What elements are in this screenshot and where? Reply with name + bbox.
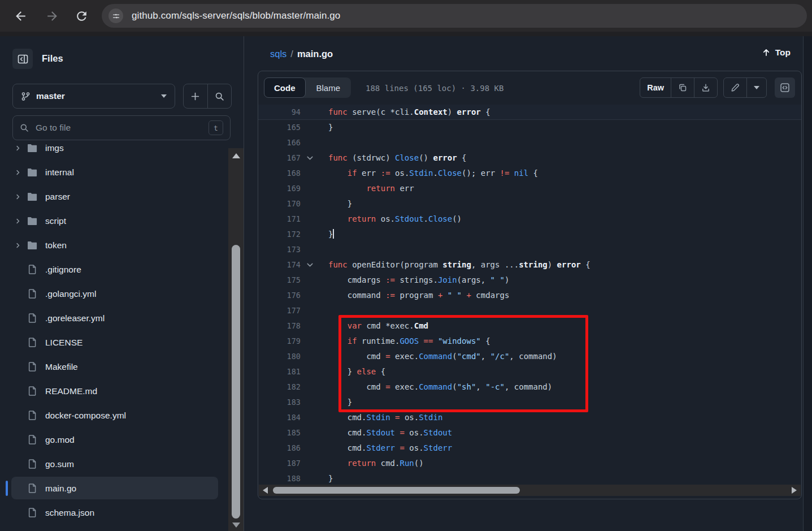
raw-button[interactable]: Raw	[640, 78, 671, 97]
line-number[interactable]: 176	[258, 288, 301, 303]
go-to-file-input[interactable]	[34, 122, 209, 133]
chevron-right-icon[interactable]	[14, 144, 23, 153]
code-line: 174func openEditor(program string, args …	[258, 257, 801, 273]
sidebar-scrollbar[interactable]	[228, 148, 244, 531]
line-number[interactable]: 185	[258, 425, 301, 441]
file-tree: imgsinternalparserscripttoken.gitignore.…	[0, 144, 228, 531]
scroll-left-arrow-icon[interactable]	[263, 487, 268, 494]
tree-item-go.sum[interactable]: go.sum	[0, 452, 228, 476]
folder-icon	[27, 192, 37, 202]
branch-selector[interactable]: master	[12, 84, 175, 109]
tree-item-label: script	[45, 216, 66, 226]
line-number[interactable]: 180	[258, 349, 301, 364]
line-number[interactable]: 184	[258, 410, 301, 425]
tree-item-.goreleaser.yml[interactable]: .goreleaser.yml	[0, 306, 228, 330]
line-number[interactable]: 178	[258, 318, 301, 334]
breadcrumb-repo-link[interactable]: sqls	[270, 49, 286, 59]
copy-icon	[678, 83, 687, 92]
address-bar[interactable]: github.com/sqls-server/sqls/blob/master/…	[102, 4, 807, 28]
search-tree-button[interactable]	[207, 84, 232, 108]
line-number[interactable]: 166	[258, 135, 301, 150]
line-number[interactable]: 182	[258, 379, 301, 395]
chevron-right-icon[interactable]	[14, 168, 23, 177]
line-number[interactable]: 173	[258, 242, 301, 257]
line-number[interactable]: 186	[258, 441, 301, 456]
tree-item-schema.json[interactable]: schema.json	[0, 500, 228, 525]
fold-chevron-icon[interactable]	[301, 154, 328, 162]
line-number[interactable]: 169	[258, 181, 301, 196]
download-icon	[701, 83, 710, 92]
line-number[interactable]: 165	[258, 120, 301, 135]
code-lines: 165}166167func (stdrwc) Close() error {1…	[258, 120, 801, 485]
branch-name: master	[36, 91, 161, 101]
line-number[interactable]: 181	[258, 364, 301, 379]
collapse-tree-button[interactable]	[12, 49, 33, 69]
tab-code[interactable]: Code	[264, 77, 306, 98]
line-number[interactable]: 183	[258, 395, 301, 410]
line-number[interactable]: 188	[258, 471, 301, 485]
line-number[interactable]: 94	[258, 105, 301, 119]
reload-button[interactable]	[71, 6, 92, 26]
symbols-panel-button[interactable]	[775, 77, 795, 98]
code-text: }	[328, 471, 333, 485]
selection-accent-bar	[6, 481, 8, 496]
forward-button[interactable]	[42, 6, 62, 26]
scroll-right-arrow-icon[interactable]	[792, 487, 797, 494]
edit-button[interactable]	[724, 78, 746, 97]
horizontal-scrollbar-thumb[interactable]	[273, 487, 520, 494]
tree-item-imgs[interactable]: imgs	[0, 144, 228, 160]
tree-item-main.go[interactable]: main.go	[0, 476, 228, 500]
scroll-up-arrow-icon[interactable]	[232, 153, 240, 158]
line-number[interactable]: 179	[258, 334, 301, 349]
edit-dropdown-button[interactable]	[746, 78, 766, 97]
tree-item-go.mod[interactable]: go.mod	[0, 428, 228, 452]
tree-indent-spacer	[14, 460, 23, 469]
code-text: }	[328, 120, 333, 135]
tree-item-README.md[interactable]: README.md	[0, 379, 228, 403]
tree-indent-spacer	[14, 484, 23, 493]
add-file-button[interactable]	[184, 84, 207, 108]
back-button[interactable]	[10, 6, 31, 26]
code-text: return os.Stdout.Close()	[328, 211, 462, 227]
line-number[interactable]: 177	[258, 303, 301, 318]
line-number[interactable]: 172	[258, 227, 301, 242]
line-number[interactable]: 168	[258, 166, 301, 181]
scroll-to-top-button[interactable]: Top	[762, 48, 791, 58]
tree-item-label: Makefile	[45, 362, 78, 372]
tree-item-token[interactable]: token	[0, 233, 228, 257]
line-number[interactable]: 174	[258, 257, 301, 273]
line-number[interactable]: 171	[258, 211, 301, 227]
tree-item-internal[interactable]: internal	[0, 160, 228, 184]
code-text: if err := os.Stdin.Close(); err != nil {	[328, 166, 538, 181]
code-line: 170 }	[258, 196, 801, 211]
tree-item-.golangci.yml[interactable]: .golangci.yml	[0, 282, 228, 306]
tree-indent-spacer	[14, 362, 23, 372]
copy-button[interactable]	[671, 78, 694, 97]
tree-item-docker-compose.yml[interactable]: docker-compose.yml	[0, 403, 228, 428]
line-number[interactable]: 187	[258, 456, 301, 471]
code-text: if runtime.GOOS == "windows" {	[328, 334, 490, 349]
tree-item-.gitignore[interactable]: .gitignore	[0, 257, 228, 282]
chevron-right-icon[interactable]	[14, 217, 23, 226]
tree-item-parser[interactable]: parser	[0, 184, 228, 209]
chevron-right-icon[interactable]	[14, 192, 23, 201]
download-button[interactable]	[694, 78, 717, 97]
tab-blame[interactable]: Blame	[306, 77, 351, 98]
code-horizontal-scrollbar[interactable]	[259, 485, 801, 496]
line-number[interactable]: 170	[258, 196, 301, 211]
code-line: 168 if err := os.Stdin.Close(); err != n…	[258, 166, 801, 181]
line-number[interactable]: 175	[258, 273, 301, 288]
sidebar-scrollbar-thumb[interactable]	[232, 245, 240, 519]
code-text: func serve(c *cli.Context) error {	[328, 105, 490, 119]
back-arrow-icon	[14, 9, 28, 23]
line-number[interactable]: 167	[258, 150, 301, 166]
go-to-file-field[interactable]: t	[12, 115, 231, 140]
tree-item-script[interactable]: script	[0, 209, 228, 233]
raw-button-label: Raw	[647, 83, 664, 92]
chevron-right-icon[interactable]	[14, 241, 23, 250]
tree-item-Makefile[interactable]: Makefile	[0, 355, 228, 379]
fold-chevron-icon[interactable]	[301, 261, 328, 269]
site-info-button[interactable]	[108, 8, 123, 23]
tree-item-LICENSE[interactable]: LICENSE	[0, 330, 228, 355]
scroll-down-arrow-icon[interactable]	[232, 523, 240, 528]
